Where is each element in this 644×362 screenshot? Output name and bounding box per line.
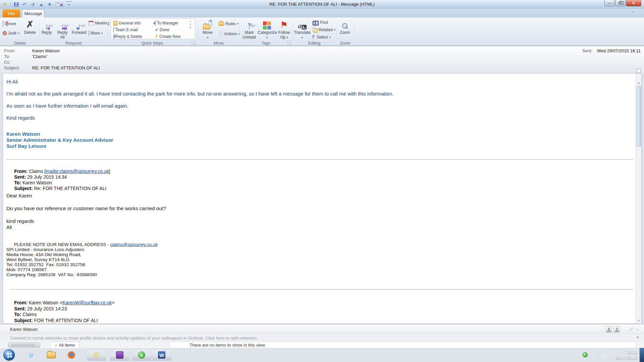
follow-up-flag-icon: ⚑ [280, 20, 288, 29]
from-value[interactable]: Karen Watson [32, 48, 60, 53]
quick-step-reply-delete[interactable]: Reply & Delete [113, 34, 142, 40]
minimize-button[interactable]: — [604, 0, 614, 6]
rules-button[interactable]: Rules▾ [219, 21, 238, 27]
expand-pane-icon[interactable]: ⤢ [630, 327, 633, 331]
company-line: Tel: 01932 352752 Fax: 01932 352758 [6, 262, 85, 267]
reply-button[interactable]: Reply [39, 18, 54, 40]
zoom-button[interactable]: Zoom [337, 18, 353, 40]
actions-button[interactable]: Actions▾ [219, 31, 240, 37]
scroll-more-icon[interactable]: ▼ [189, 26, 192, 29]
new-address-link[interactable]: claims@spisurrey.co.uk [110, 242, 158, 247]
translate-button[interactable]: a Translate▾ [294, 18, 311, 40]
related-button[interactable]: Related▾ [313, 27, 335, 33]
avatar[interactable] [605, 326, 612, 333]
quoted-divider [6, 159, 633, 160]
reading-pane-icon[interactable] [637, 69, 641, 73]
to-value[interactable]: 'Claims' [32, 54, 47, 59]
tab-file[interactable]: File [3, 9, 20, 17]
clock-date: 29/07/2015 [615, 355, 637, 361]
general-info-icon [113, 21, 117, 25]
action-center-flag-icon[interactable]: ⚑ [592, 353, 596, 358]
categorize-button[interactable]: Categorize▾ [258, 18, 276, 40]
forward-button[interactable]: Forward [70, 18, 88, 40]
explorer-folder-icon[interactable] [47, 351, 56, 359]
sage-taskbar-button[interactable]: s [132, 349, 151, 361]
follow-up-button[interactable]: ⚑ FollowUp ▾ [276, 18, 292, 40]
scroll-up-arrow-icon[interactable]: ▲ [637, 81, 641, 84]
start-button[interactable] [3, 349, 15, 361]
window-controls: — ✕ [604, 0, 641, 6]
outlook-taskbar-button[interactable]: O [87, 349, 106, 361]
delete-button[interactable]: ✗ Delete [21, 18, 39, 40]
scroll-up-icon[interactable]: ▲ [189, 20, 192, 22]
ignore-button[interactable]: ✗ Ignore [3, 21, 16, 27]
network-icon[interactable] [600, 353, 606, 357]
scroll-down-arrow-icon[interactable]: ▼ [637, 319, 641, 322]
tab-message[interactable]: Message [22, 9, 44, 17]
quick-step-done[interactable]: ✓ Done [155, 27, 169, 33]
find-icon [313, 21, 319, 24]
green-status-icon[interactable] [583, 352, 588, 357]
quick-step-general-info[interactable]: General info [113, 20, 141, 26]
group-label-respond: Respond [40, 41, 107, 46]
tags-dialog-launcher[interactable]: ↘ [287, 41, 291, 45]
junk-button[interactable]: Junk▾ [3, 30, 19, 36]
find-button[interactable]: Find [313, 19, 328, 25]
more-button[interactable]: More▾ [89, 30, 103, 36]
scroll-down-icon[interactable]: ▼ [189, 23, 192, 25]
internet-explorer-icon[interactable]: e [27, 351, 36, 359]
quick-step-team-email[interactable]: Team E-mail [113, 27, 138, 33]
quoted1-salutation: Dear Karen [6, 193, 32, 198]
signature-role: Senior Administrator & Key Account Advis… [6, 137, 113, 143]
group-label-move: Move [198, 41, 239, 46]
firefox-icon[interactable] [67, 351, 76, 359]
company-line: Mob: 07774 106567 [6, 267, 47, 272]
people-pane: Karen Watson ⤢ ⌄ Connect to social netwo… [0, 324, 644, 348]
body-closing: Kind regards [6, 115, 35, 121]
vertical-scrollbar[interactable]: ▲ ▼ [636, 73, 641, 323]
meeting-button[interactable]: Meeting [89, 20, 109, 26]
body-paragraph: I’m afraid not as the park arranged it a… [6, 91, 393, 97]
close-social-bar-icon[interactable]: ✕ [636, 335, 639, 340]
redacted-button[interactable] [8, 343, 40, 348]
taskbar-clock[interactable]: 16:11 29/07/2015 [615, 349, 637, 361]
collapse-pane-icon[interactable]: ⌄ [636, 327, 639, 331]
close-button[interactable]: ✕ [626, 0, 641, 6]
mark-unread-button[interactable]: ↻ MarkUnread [241, 18, 258, 40]
tab-all-items[interactable]: ⌂ All Items [50, 342, 79, 348]
clock-time: 16:11 [615, 349, 637, 355]
move-button[interactable]: Move▾ [200, 18, 215, 40]
people-pane-header[interactable]: Karen Watson ⤢ ⌄ [0, 324, 644, 335]
reply-all-icon [62, 25, 63, 29]
group-separator [292, 19, 293, 44]
quick-steps-scroll[interactable]: ▲ ▼ ▼ [189, 20, 192, 29]
group-separator [336, 19, 336, 44]
quoted2-from-link[interactable]: KarenW@surfbay.co.uk [62, 300, 112, 305]
show-desktop-button[interactable] [640, 348, 644, 362]
company-line: West Byfleet, Surrey KT14 6LG [6, 257, 69, 262]
quick-step-create-new[interactable]: Create New [155, 34, 180, 40]
select-button[interactable]: Select▾ [313, 34, 331, 40]
avatar[interactable] [613, 326, 620, 333]
body-greeting: Hi Ali [6, 79, 18, 84]
quick-step-to-manager[interactable]: To Manager [155, 20, 178, 26]
volume-icon[interactable] [609, 353, 613, 356]
scrollbar-thumb[interactable] [637, 86, 641, 146]
app-taskbar-button[interactable] [110, 349, 129, 361]
sent-value: Wed 29/07/2015 16:11 [597, 48, 641, 53]
reply-all-button[interactable]: ReplyAll [55, 18, 70, 40]
from-label: From: [4, 48, 15, 53]
related-icon [313, 27, 317, 32]
collapse-ribbon-icon[interactable]: ⌃ [631, 11, 634, 15]
translate-icon: a [298, 22, 307, 29]
group-label-tags: Tags [239, 41, 292, 46]
word-taskbar-button[interactable]: W [152, 349, 171, 361]
outlook-icon: O [94, 351, 99, 359]
to-manager-icon [155, 21, 156, 25]
add-networks-link[interactable]: Click here to add networks. [205, 336, 258, 341]
company-line: Company Reg: 2885108 VAT No.: 63588390 [6, 272, 97, 277]
signature-company: Surf Bay Leisure [6, 143, 46, 149]
restore-button[interactable] [615, 0, 625, 6]
tray-overflow-icon[interactable]: ▲ [575, 354, 578, 357]
quick-steps-dialog-launcher[interactable]: ↘ [192, 41, 196, 45]
